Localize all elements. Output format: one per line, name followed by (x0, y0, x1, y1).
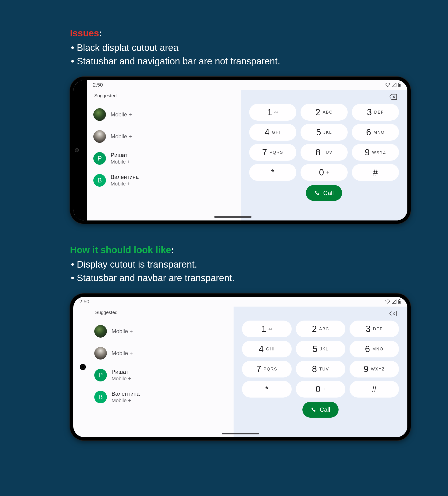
key-9[interactable]: 9WXYZ (350, 361, 399, 377)
plus-label: + (323, 387, 325, 392)
screen-area: 2:50 Suggested Mobile + (73, 297, 407, 437)
nav-handle[interactable] (222, 433, 259, 434)
call-label: Call (320, 406, 330, 413)
svg-rect-4 (399, 299, 400, 300)
status-icons (385, 82, 401, 88)
expected-section: How it should look like: Display cutout … (70, 245, 378, 440)
phone-icon (311, 407, 316, 413)
contact-row[interactable]: Mobile + (94, 320, 233, 342)
avatar-photo (94, 347, 107, 359)
key-4[interactable]: 4GHI (249, 124, 296, 141)
contact-row[interactable]: Р Ришат Mobile + (94, 364, 233, 386)
dialpad-panel: 1⌾⌾ 2ABC 3DEF 4GHI 5JKL 6MNO 7PQRS 8TUV … (233, 307, 407, 437)
issues-title: Issues (70, 28, 99, 38)
call-label: Call (323, 189, 334, 197)
key-8[interactable]: 8TUV (301, 144, 348, 161)
issues-section: Issues: Black displat cutout area Status… (70, 28, 378, 224)
key-hash[interactable]: # (352, 164, 399, 181)
screen-area: 2:50 Suggested Mobile + (87, 80, 407, 220)
contact-sub: Mobile + (111, 328, 133, 335)
contact-name: Ришат (111, 152, 130, 158)
backspace-icon[interactable] (389, 310, 397, 317)
wifi-icon (385, 299, 391, 304)
contact-row[interactable]: Mobile + (94, 342, 233, 364)
svg-rect-2 (399, 84, 401, 87)
wifi-icon (385, 83, 391, 87)
key-3[interactable]: 3DEF (350, 321, 399, 337)
phone-mockup-issues: 2:50 Suggested Mobile + (70, 77, 411, 224)
nav-handle[interactable] (214, 216, 251, 218)
key-3[interactable]: 3DEF (352, 104, 399, 121)
status-icons (385, 299, 401, 304)
issue-bullet: Statusbar and navigation bar are not tra… (71, 54, 378, 68)
key-1[interactable]: 1⌾⌾ (249, 104, 296, 121)
expected-bullets: Display cutout is transparent. Statusbar… (70, 258, 378, 285)
contact-sub: Mobile + (111, 350, 133, 356)
avatar-letter: В (94, 391, 107, 403)
contact-row[interactable]: В Валентина Mobile + (93, 169, 241, 191)
key-7[interactable]: 7PQRS (249, 144, 296, 161)
issues-bullets: Black displat cutout area Statusbar and … (70, 41, 378, 68)
expected-heading: How it should look like: (70, 245, 378, 255)
contact-sub: Mobile + (111, 159, 130, 165)
key-5[interactable]: 5JKL (296, 341, 345, 357)
key-8[interactable]: 8TUV (296, 361, 345, 377)
key-2[interactable]: 2ABC (301, 104, 348, 121)
key-5[interactable]: 5JKL (301, 124, 348, 141)
battery-icon (398, 82, 401, 88)
avatar-letter: В (93, 174, 106, 187)
suggested-heading: Suggested (95, 310, 233, 315)
dialpad-panel: 1⌾⌾ 2ABC 3DEF 4GHI 5JKL 6MNO 7PQRS 8TUV … (241, 90, 407, 220)
avatar-photo (94, 325, 107, 338)
key-4[interactable]: 4GHI (242, 341, 292, 357)
voicemail-icon: ⌾⌾ (274, 110, 278, 114)
svg-rect-1 (399, 83, 400, 83)
contact-sub: Mobile + (111, 376, 131, 382)
signal-icon (392, 299, 397, 304)
key-hash[interactable]: # (350, 381, 399, 398)
avatar-letter: Р (93, 152, 106, 165)
dialpad-keys: 1⌾⌾ 2ABC 3DEF 4GHI 5JKL 6MNO 7PQRS 8TUV … (249, 104, 399, 181)
key-2[interactable]: 2ABC (296, 321, 345, 337)
key-0[interactable]: 0+ (296, 381, 345, 398)
key-star[interactable]: * (242, 381, 292, 398)
key-7[interactable]: 7PQRS (242, 361, 292, 377)
avatar-photo (93, 130, 106, 143)
backspace-icon[interactable] (389, 94, 397, 100)
phone-mockup-expected: 2:50 Suggested Mobile + (70, 294, 411, 440)
call-button[interactable]: Call (302, 402, 339, 418)
contact-row[interactable]: Mobile + (93, 125, 241, 147)
contact-name: Валентина (111, 174, 139, 180)
expected-bullet: Statusbar and navbar are transparent. (71, 271, 378, 285)
status-time: 2:50 (93, 82, 103, 88)
status-bar: 2:50 (87, 80, 407, 90)
status-time: 2:50 (79, 299, 89, 305)
dialpad-keys: 1⌾⌾ 2ABC 3DEF 4GHI 5JKL 6MNO 7PQRS 8TUV … (242, 321, 399, 398)
expected-title: How it should look like (70, 245, 171, 255)
contact-row[interactable]: В Валентина Mobile + (94, 386, 233, 408)
contact-row[interactable]: Mobile + (93, 104, 241, 125)
key-9[interactable]: 9WXYZ (352, 144, 399, 161)
contact-row[interactable]: Р Ришат Mobile + (93, 147, 241, 169)
voicemail-icon: ⌾⌾ (269, 327, 272, 331)
contact-name: Валентина (111, 390, 140, 397)
plus-label: + (326, 170, 329, 175)
issues-heading: Issues: (70, 28, 378, 38)
key-6[interactable]: 6MNO (350, 341, 399, 357)
camera-cutout-icon (80, 364, 86, 370)
key-1[interactable]: 1⌾⌾ (242, 321, 292, 337)
phone-icon (314, 190, 320, 196)
status-bar: 2:50 (73, 297, 407, 307)
suggested-heading: Suggested (94, 93, 241, 98)
expected-bullet: Display cutout is transparent. (71, 258, 378, 271)
key-6[interactable]: 6MNO (352, 124, 399, 141)
contact-sub: Mobile + (111, 111, 132, 118)
avatar-photo (93, 108, 106, 121)
avatar-letter: Р (94, 369, 107, 381)
camera-cutout-icon (75, 148, 79, 152)
key-0[interactable]: 0+ (301, 164, 348, 181)
key-star[interactable]: * (249, 164, 296, 181)
issue-bullet: Black displat cutout area (71, 41, 378, 54)
call-button[interactable]: Call (306, 185, 342, 201)
battery-icon (398, 299, 401, 304)
